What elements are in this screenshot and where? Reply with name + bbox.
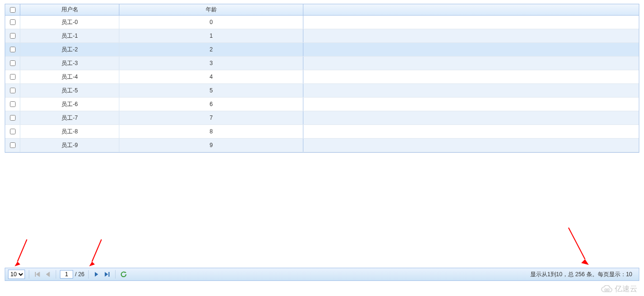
cell-username: 员工-6 xyxy=(20,98,119,111)
row-checkbox-cell xyxy=(5,29,20,42)
row-checkbox[interactable] xyxy=(10,115,16,121)
table-row[interactable]: 员工-77 xyxy=(5,111,639,125)
cell-age: 2 xyxy=(119,43,303,56)
cell-age: 0 xyxy=(119,16,303,29)
row-checkbox[interactable] xyxy=(10,74,16,80)
table-row[interactable]: 员工-88 xyxy=(5,125,639,139)
svg-marker-1 xyxy=(36,272,40,277)
cell-age: 8 xyxy=(119,125,303,138)
first-page-button[interactable] xyxy=(33,270,42,279)
data-grid: 用户名 年龄 员工-00员工-11员工-22员工-33员工-44员工-55员工-… xyxy=(5,4,639,153)
svg-line-11 xyxy=(569,228,585,259)
row-checkbox-cell xyxy=(5,57,20,70)
cell-age: 5 xyxy=(119,84,303,97)
table-row[interactable]: 员工-00 xyxy=(5,16,639,29)
row-checkbox[interactable] xyxy=(10,101,16,107)
pagination-info: 显示从1到10，总 256 条。每页显示：10 xyxy=(530,271,636,279)
watermark-text: 亿速云 xyxy=(615,284,637,294)
annotation-arrow xyxy=(566,226,594,269)
separator xyxy=(29,270,29,279)
row-checkbox[interactable] xyxy=(10,142,16,148)
cell-username: 员工-1 xyxy=(20,29,119,42)
row-checkbox[interactable] xyxy=(10,47,16,52)
next-page-button[interactable] xyxy=(92,270,101,279)
cell-username: 员工-2 xyxy=(20,43,119,56)
refresh-button[interactable] xyxy=(119,270,128,279)
svg-point-14 xyxy=(607,288,609,290)
row-checkbox-cell xyxy=(5,98,20,111)
separator xyxy=(115,270,116,279)
header-checkbox-cell xyxy=(5,4,20,15)
row-checkbox-cell xyxy=(5,43,20,56)
row-checkbox-cell xyxy=(5,111,20,124)
grid-body: 员工-00员工-11员工-22员工-33员工-44员工-55员工-66员工-77… xyxy=(5,16,639,152)
table-row[interactable]: 员工-33 xyxy=(5,57,639,70)
cell-username: 员工-3 xyxy=(20,57,119,70)
table-row[interactable]: 员工-44 xyxy=(5,70,639,84)
cell-username: 员工-9 xyxy=(20,139,119,152)
svg-marker-6 xyxy=(125,271,126,273)
cell-age: 1 xyxy=(119,29,303,42)
pagination-bar: 10 / 26 显示从1到10，总 256 条。每页显示：10 xyxy=(5,268,639,281)
svg-marker-10 xyxy=(89,262,95,266)
svg-marker-2 xyxy=(46,272,50,277)
row-checkbox[interactable] xyxy=(10,60,16,66)
separator xyxy=(56,270,56,279)
row-checkbox[interactable] xyxy=(10,19,16,25)
cell-username: 员工-5 xyxy=(20,84,119,97)
svg-marker-12 xyxy=(581,259,589,265)
cell-age: 3 xyxy=(119,57,303,70)
page-size-select[interactable]: 10 xyxy=(8,270,25,279)
current-page-input[interactable] xyxy=(60,270,73,279)
table-row[interactable]: 员工-11 xyxy=(5,29,639,43)
svg-point-13 xyxy=(605,288,607,290)
cell-username: 员工-4 xyxy=(20,70,119,83)
cell-age: 7 xyxy=(119,111,303,124)
cell-username: 员工-8 xyxy=(20,125,119,138)
annotation-arrow xyxy=(87,238,106,269)
svg-marker-8 xyxy=(15,262,20,266)
table-row[interactable]: 员工-22 xyxy=(5,43,639,57)
row-checkbox-cell xyxy=(5,125,20,138)
select-all-checkbox[interactable] xyxy=(10,7,16,13)
cell-age: 4 xyxy=(119,70,303,83)
header-spacer xyxy=(303,4,639,15)
row-checkbox[interactable] xyxy=(10,33,16,39)
prev-page-button[interactable] xyxy=(43,270,52,279)
watermark: 亿速云 xyxy=(601,284,637,294)
cell-age: 9 xyxy=(119,139,303,152)
svg-marker-4 xyxy=(105,272,108,277)
svg-line-7 xyxy=(17,239,27,262)
table-row[interactable]: 员工-55 xyxy=(5,84,639,98)
last-page-button[interactable] xyxy=(103,270,111,279)
grid-header: 用户名 年龄 xyxy=(5,4,639,16)
separator xyxy=(88,270,89,279)
cell-age: 6 xyxy=(119,98,303,111)
row-checkbox-cell xyxy=(5,84,20,97)
header-age[interactable]: 年龄 xyxy=(119,4,303,15)
annotation-arrow xyxy=(13,238,32,269)
table-row[interactable]: 员工-66 xyxy=(5,98,639,111)
svg-line-9 xyxy=(92,239,101,262)
row-checkbox-cell xyxy=(5,70,20,83)
cell-username: 员工-0 xyxy=(20,16,119,29)
row-checkbox[interactable] xyxy=(10,88,16,93)
svg-marker-3 xyxy=(95,272,98,277)
table-row[interactable]: 员工-99 xyxy=(5,139,639,152)
cell-username: 员工-7 xyxy=(20,111,119,124)
header-username[interactable]: 用户名 xyxy=(20,4,119,15)
row-checkbox-cell xyxy=(5,139,20,152)
row-checkbox[interactable] xyxy=(10,129,16,134)
row-checkbox-cell xyxy=(5,16,20,29)
total-pages-label: / 26 xyxy=(75,271,84,278)
